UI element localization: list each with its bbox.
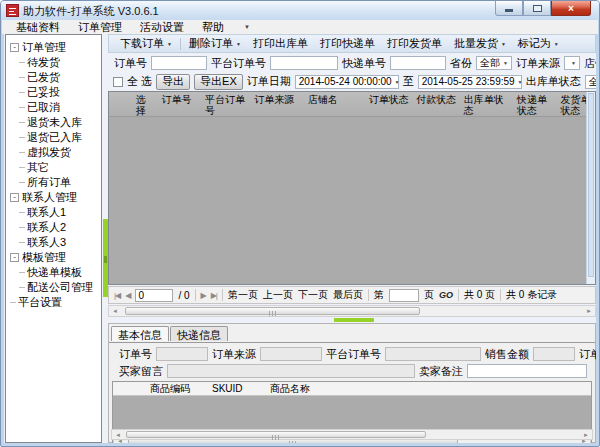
tree-line [19,122,25,123]
export-ex-button[interactable]: 导出EX [194,74,243,90]
col-shop-name[interactable]: 店铺名 [305,94,366,116]
detail-order-source-label: 订单来源 [212,347,256,362]
chevron-down-icon: ▼ [518,79,523,85]
splitter-handle[interactable] [334,318,374,322]
province-select[interactable]: 全部▼ [476,56,512,70]
seller-note-input[interactable] [467,364,587,378]
sidebar-item-platform-settings[interactable]: 平台设置 [6,295,101,310]
detail-order-no-input[interactable] [156,347,208,361]
tree-line [19,242,25,243]
go-button[interactable]: GO [439,290,453,300]
sidebar-item-order-management[interactable]: -订单管理 [6,40,101,55]
sidebar-item-other[interactable]: 其它 [6,160,101,175]
goto-prefix-label: 第 [374,288,384,302]
first-page-link[interactable]: 第一页 [228,288,258,302]
col-select[interactable]: 选择 [133,94,159,116]
menu-base-data[interactable]: 基础资料 [16,20,70,35]
scroll-left-icon[interactable]: ◄ [109,306,121,316]
print-outbound-button[interactable]: 打印出库单 [247,36,314,51]
scrollbar-thumb[interactable] [126,431,426,438]
tab-express-info[interactable]: 快递信息 [170,326,228,341]
sidebar-item-all-orders[interactable]: 所有订单 [6,175,101,190]
separator [195,289,196,301]
platform-order-no-input[interactable] [270,56,338,70]
collapse-icon[interactable]: - [10,253,19,262]
select-all-checkbox[interactable] [113,77,123,87]
order-source-select[interactable]: ▼ [564,56,580,70]
scroll-left-icon[interactable]: ◄ [112,430,124,439]
horizontal-splitter[interactable] [108,318,596,322]
express-no-input[interactable] [390,56,446,70]
menu-dropdown-icon[interactable]: ▼ [244,24,250,30]
detail-platform-order-no-input[interactable] [385,347,481,361]
download-orders-button[interactable]: 下载订单▼ [114,36,178,51]
minimize-button[interactable] [495,1,523,16]
next-page-icon[interactable]: ▶ [201,291,206,300]
col-payment-status[interactable]: 付款状态 [413,94,460,116]
sidebar-item-template-management[interactable]: -模板管理 [6,250,101,265]
first-page-icon[interactable]: |◀ [114,291,120,300]
menu-help[interactable]: 帮助 [202,20,234,35]
col-express-status[interactable]: 快递单状态 [514,94,557,116]
sku-col-skuid[interactable]: SKUID [209,383,267,394]
sku-col-product-name[interactable]: 商品名称 [267,382,387,396]
sidebar-item-delivery-company[interactable]: 配送公司管理 [6,280,101,295]
current-page-input[interactable] [135,289,173,302]
sidebar-item-contact1[interactable]: 联系人1 [6,205,101,220]
scrollbar-thumb[interactable] [588,93,594,277]
scrollbar-thumb[interactable] [125,307,420,315]
sidebar-item-shipped[interactable]: 已发货 [6,70,101,85]
menu-bar: 基础资料 订单管理 活动设置 帮助 ▼ [2,20,598,34]
next-page-link[interactable]: 下一页 [298,288,328,302]
col-platform-order-no[interactable]: 平台订单号 [202,94,251,116]
sidebar-item-delivered[interactable]: 已妥投 [6,85,101,100]
col-order-no[interactable]: 订单号 [158,94,201,116]
date-to-picker[interactable]: 2014-05-25 23:59:59▼ [418,75,522,89]
sku-col-product-code[interactable]: 商品编码 [147,382,209,396]
scroll-right-icon[interactable]: ► [580,430,592,439]
outbound-status-select[interactable]: 全部▼ [585,75,596,89]
maximize-button[interactable] [523,1,551,16]
sidebar-item-pending-ship[interactable]: 待发货 [6,55,101,70]
detail-order-source-input[interactable] [260,347,322,361]
buyer-message-input[interactable] [167,364,415,378]
grid-vertical-scrollbar[interactable] [586,92,595,284]
scroll-right-icon[interactable]: ► [583,306,595,316]
goto-page-input[interactable] [389,289,419,302]
menu-order-management[interactable]: 订单管理 [78,20,132,35]
tab-basic-info[interactable]: 基本信息 [111,326,169,341]
last-page-icon[interactable]: ▶| [211,291,217,300]
prev-page-link[interactable]: 上一页 [263,288,293,302]
date-from-picker[interactable]: 2014-05-24 00:00:00▼ [295,75,399,89]
sidebar-item-contacts-management[interactable]: -联系人管理 [6,190,101,205]
total-records-text: 共 0 条记录 [506,288,557,302]
collapse-icon[interactable]: - [10,43,19,52]
sidebar-item-virtual-ship[interactable]: 虚拟发货 [6,145,101,160]
batch-ship-button[interactable]: 批量发货▼ [448,36,512,51]
export-button[interactable]: 导出 [156,74,190,90]
sidebar-item-express-template[interactable]: 快递单模板 [6,265,101,280]
col-outbound-status[interactable]: 出库单状态 [461,94,514,116]
close-button[interactable]: × [551,1,591,16]
sidebar-item-contact2[interactable]: 联系人2 [6,220,101,235]
print-express-button[interactable]: 打印快递单 [314,36,381,51]
grid-horizontal-scrollbar[interactable]: ◄ ► [108,305,596,317]
col-order-source[interactable]: 订单来源 [251,94,304,116]
last-page-link[interactable]: 最后页 [333,288,363,302]
tree-line [19,137,25,138]
select-all-label: 全 选 [127,74,152,89]
sidebar-item-return-in[interactable]: 退货已入库 [6,130,101,145]
mark-as-button[interactable]: 标记为▼ [512,36,565,51]
panel-horizontal-scrollbar[interactable]: ◄ ► [111,429,593,440]
sidebar-item-contact3[interactable]: 联系人3 [6,235,101,250]
col-order-status[interactable]: 订单状态 [366,94,413,116]
collapse-icon[interactable]: - [10,193,19,202]
delete-orders-button[interactable]: 删除订单▼ [183,36,247,51]
print-shipping-button[interactable]: 打印发货单 [381,36,448,51]
prev-page-icon[interactable]: ◀ [125,291,130,300]
detail-sales-amount-input[interactable] [533,347,575,361]
sidebar-item-cancelled[interactable]: 已取消 [6,100,101,115]
sidebar-item-return-not-in[interactable]: 退货未入库 [6,115,101,130]
order-no-input[interactable] [151,56,207,70]
menu-activity-settings[interactable]: 活动设置 [140,20,194,35]
